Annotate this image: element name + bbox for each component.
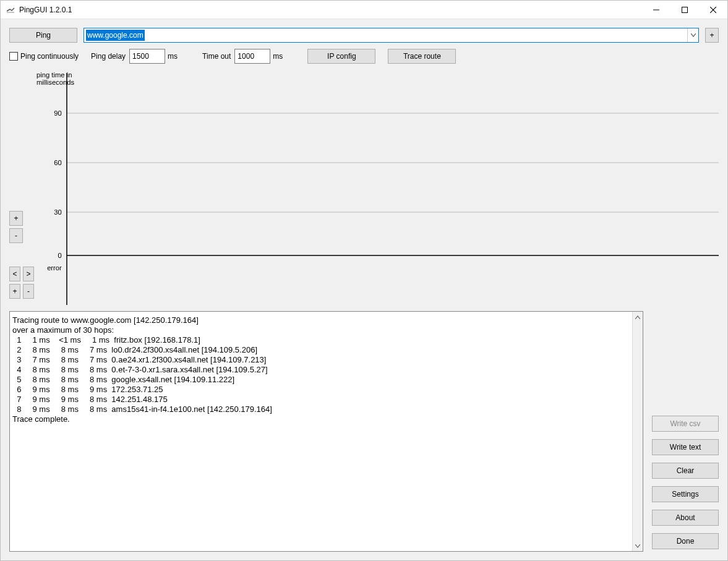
add-host-button[interactable]: + xyxy=(705,28,719,43)
traceroute-button[interactable]: Trace route xyxy=(388,49,456,64)
lower-area: Tracing route to www.google.com [142.250… xyxy=(9,311,719,552)
scroll-up-arrow[interactable] xyxy=(635,312,640,322)
client-area: Ping www.google.com + Ping continuously … xyxy=(1,19,727,560)
continuous-text: Ping continuously xyxy=(20,52,79,61)
pan-left-button[interactable]: < xyxy=(9,267,20,281)
output-text: Tracing route to www.google.com [142.250… xyxy=(10,312,632,551)
chevron-down-icon[interactable] xyxy=(687,28,698,42)
host-row: Ping www.google.com + xyxy=(9,28,719,43)
timeout-input[interactable] xyxy=(234,49,270,64)
hzoom-in-button[interactable]: + xyxy=(9,284,20,299)
maximize-button[interactable] xyxy=(670,1,699,19)
zoom-out-button[interactable]: - xyxy=(9,228,23,243)
ping-button[interactable]: Ping xyxy=(9,28,77,43)
ping-delay-input[interactable] xyxy=(129,49,165,64)
ytick-60: 60 xyxy=(54,159,61,166)
minimize-button[interactable] xyxy=(642,1,670,19)
y-axis-title-2: milliseconds xyxy=(36,79,75,86)
options-row: Ping continuously Ping delay ms Time out… xyxy=(9,49,719,64)
write-csv-button[interactable]: Write csv xyxy=(652,416,719,432)
pan-right-button[interactable]: > xyxy=(23,267,34,281)
ping-chart[interactable]: ping time in milliseconds 90 60 30 0 err… xyxy=(36,70,719,305)
host-input[interactable] xyxy=(84,28,687,42)
scroll-down-arrow[interactable] xyxy=(635,541,640,551)
settings-button[interactable]: Settings xyxy=(652,486,719,502)
window-controls xyxy=(642,1,727,19)
ytick-0: 0 xyxy=(58,252,62,259)
side-buttons: Write csv Write text Clear Settings Abou… xyxy=(652,311,719,552)
host-combobox[interactable]: www.google.com xyxy=(84,28,699,43)
ping-delay-unit: ms xyxy=(168,52,178,61)
ipconfig-button[interactable]: IP config xyxy=(307,49,375,64)
chart-area: + - < > + - ping time in milliseconds xyxy=(9,70,719,305)
hzoom-out-button[interactable]: - xyxy=(23,284,34,299)
error-label: error xyxy=(47,264,62,272)
app-icon xyxy=(6,5,15,15)
clear-button[interactable]: Clear xyxy=(652,463,719,479)
svg-rect-1 xyxy=(682,7,688,12)
about-button[interactable]: About xyxy=(652,510,719,526)
output-scrollbar[interactable] xyxy=(632,312,643,551)
output-panel[interactable]: Tracing route to www.google.com [142.250… xyxy=(9,311,643,552)
write-text-button[interactable]: Write text xyxy=(652,439,719,455)
done-button[interactable]: Done xyxy=(652,533,719,549)
continuous-checkbox-label[interactable]: Ping continuously xyxy=(9,52,79,61)
ping-delay-label: Ping delay xyxy=(91,52,126,61)
zoom-in-button[interactable]: + xyxy=(9,211,23,226)
close-button[interactable] xyxy=(699,1,727,19)
ytick-90: 90 xyxy=(54,109,61,117)
chart-controls: + - < > + - xyxy=(9,70,34,305)
timeout-unit: ms xyxy=(273,52,283,61)
app-window: PingGUI 1.2.0.1 Ping www.google.com xyxy=(0,0,728,561)
continuous-checkbox[interactable] xyxy=(9,52,18,61)
window-title: PingGUI 1.2.0.1 xyxy=(19,6,72,14)
ytick-30: 30 xyxy=(54,208,61,216)
timeout-label: Time out xyxy=(202,52,231,61)
titlebar: PingGUI 1.2.0.1 xyxy=(1,1,727,19)
